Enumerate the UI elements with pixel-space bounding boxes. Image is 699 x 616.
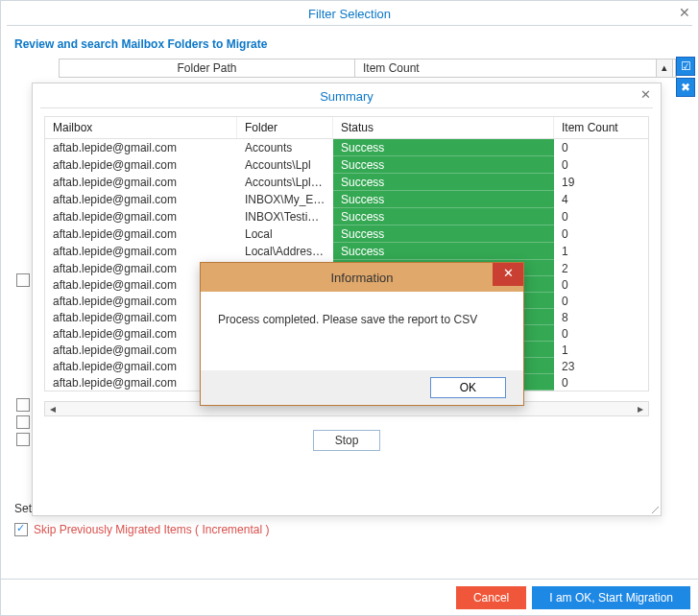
cell-item-count: 23 <box>554 358 648 374</box>
cell-folder: Local\Address B <box>237 243 333 260</box>
col-status[interactable]: Status <box>333 117 554 138</box>
cell-status: Success <box>333 243 554 260</box>
divider <box>7 25 692 26</box>
settings-label: Set <box>14 502 32 515</box>
cell-status: Success <box>333 225 554 243</box>
cell-item-count: 0 <box>554 293 648 309</box>
start-migration-button[interactable]: I am OK, Start Migration <box>532 586 690 609</box>
side-toolbar: ☑ ✖ <box>676 55 697 99</box>
cell-item-count: 0 <box>554 225 648 243</box>
cell-item-count: 0 <box>554 156 648 174</box>
cell-item-count: 1 <box>554 243 648 260</box>
cell-item-count: 2 <box>554 260 648 276</box>
scroll-right-icon[interactable]: ▸ <box>633 402 648 415</box>
footer: Cancel I am OK, Start Migration <box>1 579 698 615</box>
cell-mailbox: aftab.lepide@gmail.com <box>45 156 237 174</box>
skip-checkbox[interactable] <box>14 523 28 536</box>
resize-grip-icon[interactable] <box>647 502 659 513</box>
cell-mailbox: aftab.lepide@gmail.com <box>45 225 237 243</box>
cell-item-count: 1 <box>554 342 648 358</box>
information-message: Process completed. Please save the repor… <box>201 292 523 336</box>
cell-folder: Local <box>237 225 333 243</box>
scroll-left-icon[interactable]: ◂ <box>45 402 60 415</box>
cell-folder: Accounts <box>237 139 333 156</box>
summary-title: Summary ✕ <box>33 83 661 107</box>
ok-button[interactable]: OK <box>430 377 506 398</box>
cell-mailbox: aftab.lepide@gmail.com <box>45 174 237 191</box>
col-folder-path[interactable]: Folder Path <box>60 59 355 77</box>
close-icon[interactable]: ✕ <box>679 5 690 20</box>
table-row[interactable]: aftab.lepide@gmail.comAccounts\Lpl\N...S… <box>45 174 648 191</box>
stop-button[interactable]: Stop <box>313 430 381 451</box>
folder-checkbox[interactable] <box>16 273 30 287</box>
cell-mailbox: aftab.lepide@gmail.com <box>45 243 237 260</box>
cell-folder: Accounts\Lpl <box>237 156 333 174</box>
cell-item-count: 19 <box>554 174 648 191</box>
skip-label: Skip Previously Migrated Items ( Increme… <box>34 523 269 536</box>
table-row[interactable]: aftab.lepide@gmail.comLocal\Address BSuc… <box>45 243 648 260</box>
divider <box>40 107 653 108</box>
grid-header: Folder Path Item Count <box>59 59 677 78</box>
skip-previously-migrated-row: Skip Previously Migrated Items ( Increme… <box>14 523 269 536</box>
cell-item-count: 0 <box>554 374 648 391</box>
summary-title-text: Summary <box>320 89 374 104</box>
information-title: Information <box>330 271 393 285</box>
cell-folder: INBOX\My_Emails <box>237 191 333 208</box>
select-all-icon[interactable]: ☑ <box>676 57 695 76</box>
folder-checkbox[interactable] <box>16 398 30 412</box>
cell-status: Success <box>333 174 554 191</box>
folder-checkbox[interactable] <box>16 415 30 429</box>
cell-item-count: 0 <box>554 139 648 156</box>
cell-folder: INBOX\Testing M <box>237 208 333 225</box>
table-row[interactable]: aftab.lepide@gmail.comINBOX\My_EmailsSuc… <box>45 191 648 208</box>
filter-selection-title: Filter Selection <box>1 1 698 25</box>
close-icon[interactable]: ✕ <box>493 263 523 286</box>
close-icon[interactable]: ✕ <box>640 87 651 102</box>
cell-item-count: 8 <box>554 309 648 325</box>
cell-folder: Accounts\Lpl\N... <box>237 174 333 191</box>
clear-all-icon[interactable]: ✖ <box>676 78 695 97</box>
table-row[interactable]: aftab.lepide@gmail.comINBOX\Testing MSuc… <box>45 208 648 225</box>
col-item-count[interactable]: Item Count <box>554 117 648 138</box>
cell-item-count: 0 <box>554 276 648 293</box>
cancel-button[interactable]: Cancel <box>456 586 526 609</box>
cell-item-count: 4 <box>554 191 648 208</box>
information-footer: OK <box>201 370 523 405</box>
cell-status: Success <box>333 191 554 208</box>
cell-status: Success <box>333 156 554 174</box>
table-row[interactable]: aftab.lepide@gmail.comAccounts\LplSucces… <box>45 156 648 174</box>
col-mailbox[interactable]: Mailbox <box>45 117 237 138</box>
scroll-up-button[interactable]: ▴ <box>656 59 673 78</box>
cell-item-count: 0 <box>554 208 648 225</box>
table-row[interactable]: aftab.lepide@gmail.comLocalSuccess0 <box>45 225 648 243</box>
cell-status: Success <box>333 139 554 156</box>
col-folder[interactable]: Folder <box>237 117 333 138</box>
cell-mailbox: aftab.lepide@gmail.com <box>45 191 237 208</box>
cell-status: Success <box>333 208 554 225</box>
review-label: Review and search Mailbox Folders to Mig… <box>1 32 698 60</box>
information-titlebar[interactable]: Information ✕ <box>201 263 523 292</box>
cell-mailbox: aftab.lepide@gmail.com <box>45 139 237 156</box>
col-item-count[interactable]: Item Count <box>355 59 676 77</box>
folder-checkbox[interactable] <box>16 433 30 446</box>
information-dialog: Information ✕ Process completed. Please … <box>200 262 524 406</box>
table-row[interactable]: aftab.lepide@gmail.comAccountsSuccess0 <box>45 139 648 156</box>
cell-item-count: 0 <box>554 325 648 342</box>
cell-mailbox: aftab.lepide@gmail.com <box>45 208 237 225</box>
table-header: Mailbox Folder Status Item Count <box>45 117 648 139</box>
